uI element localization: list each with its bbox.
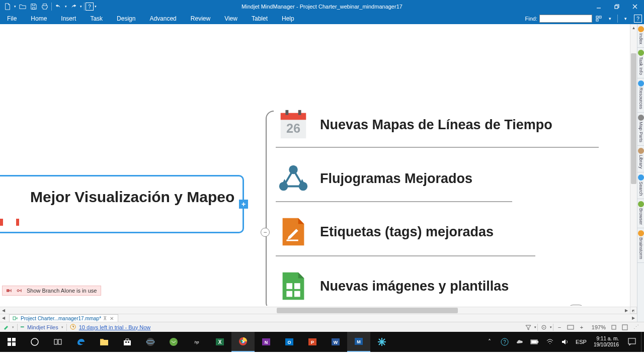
menu-task[interactable]: Task xyxy=(83,13,110,24)
store-icon[interactable] xyxy=(116,332,139,352)
onedrive-tray-icon[interactable] xyxy=(512,332,527,352)
fullscreen-icon[interactable] xyxy=(620,323,630,331)
start-button[interactable] xyxy=(0,332,23,352)
restore-button[interactable] xyxy=(608,0,626,13)
zoom-out-button[interactable]: − xyxy=(554,323,565,331)
menu-advanced[interactable]: Advanced xyxy=(142,13,183,24)
task-view-button[interactable] xyxy=(46,332,69,352)
tray-expand-button[interactable]: ˄ xyxy=(482,332,497,352)
tab-nav-right[interactable]: ▶ xyxy=(630,315,637,322)
help-qat-dropdown[interactable]: ▾ xyxy=(94,5,98,9)
subtopic[interactable]: Nuevas imágenes y plantillas xyxy=(276,268,509,304)
powerpoint-icon[interactable]: P xyxy=(301,332,324,352)
document-tab[interactable]: Project Charter...manager17.mmap* ⊼ ✕ xyxy=(9,314,118,322)
ribbon-help-button[interactable]: ? xyxy=(634,15,642,23)
app-icon[interactable] xyxy=(162,332,185,352)
menu-design[interactable]: Design xyxy=(110,13,142,24)
menu-view[interactable]: View xyxy=(217,13,245,24)
show-desktop-button[interactable] xyxy=(641,332,644,352)
print-icon[interactable] xyxy=(39,1,50,12)
horizontal-scrollbar[interactable]: ◀ ▶ xyxy=(0,307,630,314)
find-dropdown[interactable]: ▾ xyxy=(605,15,614,23)
tab-pin-icon[interactable]: ⊼ xyxy=(103,316,107,321)
excel-icon[interactable]: X xyxy=(208,332,231,352)
tab-library[interactable]: Library xyxy=(637,146,644,172)
tab-map-parts[interactable]: Map Parts xyxy=(637,113,644,146)
menu-tablet[interactable]: Tablet xyxy=(245,13,275,24)
new-icon[interactable] xyxy=(2,1,13,12)
outlook-icon[interactable]: O xyxy=(278,332,301,352)
help-tray-icon[interactable]: ? xyxy=(497,332,512,352)
save-icon[interactable] xyxy=(28,1,39,12)
add-subtopic-button[interactable]: + xyxy=(239,200,248,209)
menu-file[interactable]: File xyxy=(0,13,24,24)
word-icon[interactable]: W xyxy=(324,332,347,352)
topic-count-badge[interactable]: 7 xyxy=(568,305,585,306)
tab-search[interactable]: Search xyxy=(637,172,644,200)
collapse-branch-button[interactable]: − xyxy=(261,228,270,237)
subtopic[interactable]: Etiquetas (tags) mejoradas xyxy=(276,214,494,249)
central-topic[interactable]: Mejor Visualización y Mapeo + xyxy=(0,175,244,233)
tab-close-button[interactable]: ✕ xyxy=(109,315,115,321)
pen-icon[interactable] xyxy=(3,324,9,331)
minimize-button[interactable] xyxy=(590,0,608,13)
collapse-ribbon-button[interactable]: ▾ xyxy=(621,15,630,23)
hp-icon[interactable]: hp xyxy=(185,332,208,352)
vertical-scrollbar[interactable]: ▲ ▼ xyxy=(630,24,637,314)
scroll-left-arrow[interactable]: ◀ xyxy=(0,307,7,314)
tab-nav-left[interactable]: ◀ xyxy=(0,315,7,322)
subtopic[interactable]: Flujogramas Mejorados xyxy=(276,161,472,196)
menu-review[interactable]: Review xyxy=(184,13,217,24)
fit-icon[interactable] xyxy=(539,323,549,331)
undo-icon[interactable] xyxy=(53,1,64,12)
zoom-fit-icon[interactable] xyxy=(609,323,619,331)
scroll-up-arrow[interactable]: ▲ xyxy=(630,24,637,31)
redo-icon[interactable] xyxy=(68,1,79,12)
mindjet-files-link[interactable]: Mindjet Files xyxy=(27,324,58,330)
edge-icon[interactable] xyxy=(69,332,93,352)
wifi-tray-icon[interactable] xyxy=(542,332,557,352)
file-explorer-icon[interactable] xyxy=(93,332,116,352)
svg-text:W: W xyxy=(334,340,338,345)
open-icon[interactable] xyxy=(17,1,28,12)
taskbar-clock[interactable]: 9:11 a. m. 19/10/2016 xyxy=(590,336,623,348)
close-button[interactable] xyxy=(626,0,644,13)
help-qat-icon[interactable]: ? xyxy=(86,3,94,11)
zoom-value[interactable]: 197% xyxy=(588,324,608,330)
trial-link[interactable]: 10 days left in trial - Buy Now xyxy=(79,324,150,330)
branch-alone-notice[interactable]: Show Branch Alone is in use xyxy=(2,286,101,296)
tab-browser[interactable]: Browser xyxy=(637,199,644,228)
find-options-button[interactable] xyxy=(594,15,603,23)
menu-home[interactable]: Home xyxy=(24,13,54,24)
new-dropdown[interactable]: ▾ xyxy=(13,5,17,9)
app-icon[interactable] xyxy=(139,332,162,352)
find-input[interactable] xyxy=(539,15,592,23)
onenote-icon[interactable]: N xyxy=(255,332,278,352)
subtopic[interactable]: 26 Nuevas Mapas de Líneas de Tiempo xyxy=(276,107,552,142)
zoom-in-button[interactable]: + xyxy=(577,323,587,331)
tab-resources[interactable]: Resources xyxy=(637,78,644,113)
view-mode-icon[interactable] xyxy=(566,323,576,331)
chrome-icon[interactable] xyxy=(231,332,255,352)
language-indicator[interactable]: ESP xyxy=(573,332,590,352)
map-canvas[interactable]: Mejor Visualización y Mapeo + − 26 Nueva… xyxy=(0,24,630,306)
tab-task-info[interactable]: Task Info xyxy=(637,48,644,78)
tab-index[interactable]: Index xyxy=(637,24,644,48)
menu-help[interactable]: Help xyxy=(275,13,301,24)
clock-icon xyxy=(70,324,76,331)
mini-view-toggle[interactable]: ◩ xyxy=(630,307,637,314)
battery-tray-icon[interactable] xyxy=(527,332,542,352)
redo-dropdown[interactable]: ▾ xyxy=(79,5,83,9)
menu-insert[interactable]: Insert xyxy=(54,13,83,24)
app-icon[interactable] xyxy=(370,332,393,352)
filter-icon[interactable] xyxy=(523,323,533,331)
tab-brainstorm[interactable]: Brainstorm xyxy=(637,228,644,263)
volume-tray-icon[interactable] xyxy=(557,332,573,352)
action-center-button[interactable] xyxy=(623,332,641,352)
horizontal-scroll-thumb[interactable] xyxy=(277,308,458,313)
mindmanager-taskbar-icon[interactable]: M xyxy=(347,332,370,352)
cortana-search-button[interactable] xyxy=(23,332,46,352)
undo-dropdown[interactable]: ▾ xyxy=(64,5,68,9)
scroll-right-arrow[interactable]: ▶ xyxy=(623,307,630,314)
vertical-scroll-thumb[interactable] xyxy=(631,53,636,184)
